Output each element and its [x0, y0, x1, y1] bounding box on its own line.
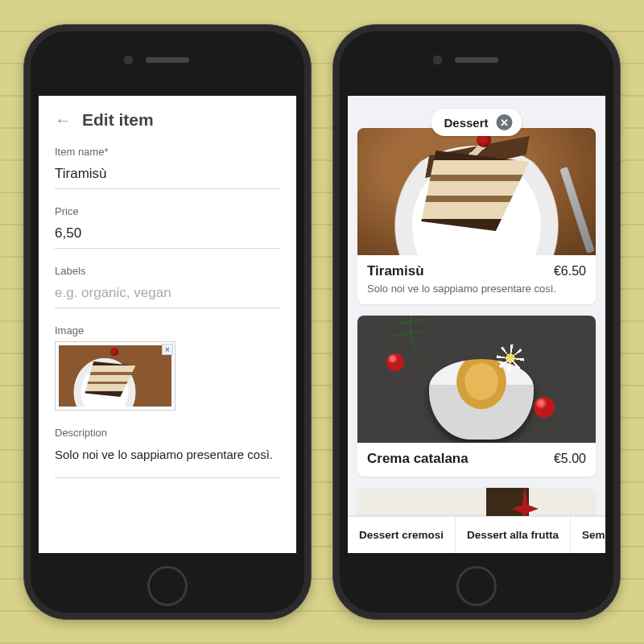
- phone-camera: [124, 56, 133, 64]
- image-label: Image: [55, 324, 280, 336]
- crema-catalana-photo: [357, 316, 596, 443]
- phone-left-frame: ← Edit item Item name* Price Labels Imag…: [23, 24, 312, 620]
- tiramisu-thumbnail-photo: [59, 345, 171, 407]
- item-name-input[interactable]: [55, 163, 280, 189]
- page-title: Edit item: [82, 110, 154, 130]
- tab-dessert-cremosi[interactable]: Dessert cremosi: [348, 517, 456, 553]
- card-price: €6.50: [554, 264, 586, 279]
- clear-filter-icon[interactable]: ✕: [497, 114, 513, 130]
- filter-pill-dessert[interactable]: Dessert ✕: [431, 109, 522, 136]
- phone-speaker: [146, 57, 189, 63]
- price-label: Price: [55, 205, 280, 217]
- card-description: Solo noi ve lo sappiamo presentare così.: [367, 283, 586, 295]
- tab-semifreddi[interactable]: Semif: [571, 517, 605, 553]
- menu-card-crema-catalana[interactable]: Crema catalana €5.00: [357, 316, 596, 477]
- menu-card-tiramisu[interactable]: Tiramisù €6.50 Solo noi ve lo sappiamo p…: [357, 128, 596, 304]
- labels-label: Labels: [55, 265, 280, 277]
- phone-speaker: [455, 57, 498, 63]
- price-input[interactable]: [55, 222, 280, 249]
- phone-camera: [433, 56, 442, 64]
- tiramisu-photo: [357, 128, 596, 255]
- field-price: Price: [55, 205, 280, 249]
- phone-home-button[interactable]: [456, 566, 497, 606]
- description-input[interactable]: Solo noi ve lo sappiamo presentare così.: [55, 444, 280, 478]
- remove-image-icon[interactable]: ×: [162, 344, 173, 355]
- phone-right-frame: Dessert ✕ Tiramisù €6.50: [332, 24, 621, 620]
- tab-dessert-alla-frutta[interactable]: Dessert alla frutta: [456, 517, 571, 553]
- item-name-label: Item name*: [55, 146, 280, 158]
- field-image: Image ×: [55, 324, 280, 411]
- menu-card-list: Tiramisù €6.50 Solo noi ve lo sappiamo p…: [348, 96, 605, 553]
- card-title: Tiramisù: [367, 263, 424, 279]
- screen-menu-list: Dessert ✕ Tiramisù €6.50: [348, 96, 605, 553]
- screen-edit-item: ← Edit item Item name* Price Labels Imag…: [39, 96, 296, 553]
- phone-home-button[interactable]: [147, 566, 188, 606]
- category-tabbar: Dessert cremosi Dessert alla frutta Semi…: [348, 516, 605, 553]
- labels-input[interactable]: [55, 282, 280, 308]
- edit-header: ← Edit item: [55, 110, 280, 130]
- card-price: €5.00: [554, 452, 586, 466]
- filter-pill-label: Dessert: [444, 116, 488, 130]
- card-title: Crema catalana: [367, 451, 469, 467]
- image-thumbnail[interactable]: ×: [55, 341, 175, 411]
- field-labels: Labels: [55, 265, 280, 308]
- back-arrow-icon[interactable]: ←: [55, 111, 71, 130]
- field-description: Description Solo noi ve lo sappiamo pres…: [55, 427, 280, 478]
- description-label: Description: [55, 427, 280, 439]
- field-item-name: Item name*: [55, 146, 280, 189]
